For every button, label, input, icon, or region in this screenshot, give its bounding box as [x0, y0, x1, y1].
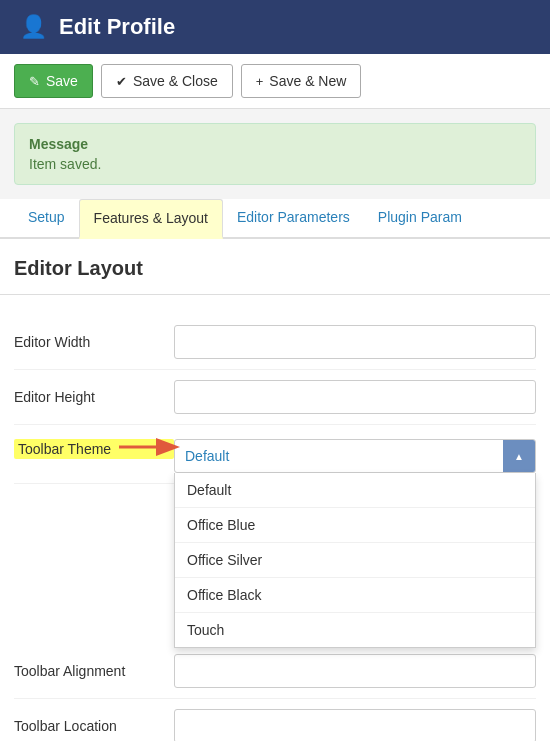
dropdown-selected-text: Default [185, 448, 229, 464]
user-icon: 👤 [20, 14, 47, 40]
editor-height-row: Editor Height [14, 370, 536, 425]
toolbar-theme-label: Toolbar Theme [14, 439, 174, 459]
toolbar-alignment-input[interactable] [174, 654, 536, 688]
toolbar-location-input[interactable] [174, 709, 536, 741]
tab-setup[interactable]: Setup [14, 199, 79, 239]
save-close-button[interactable]: ✔ Save & Close [101, 64, 233, 98]
page-title: Edit Profile [59, 14, 175, 40]
message-title: Message [29, 136, 521, 152]
dropdown-list: Default Office Blue Office Silver Office… [174, 473, 536, 648]
tab-features-layout[interactable]: Features & Layout [79, 199, 223, 239]
tab-bar: Setup Features & Layout Editor Parameter… [0, 199, 550, 239]
dropdown-selected[interactable]: Default [174, 439, 536, 473]
dropdown-item-office-silver[interactable]: Office Silver [175, 543, 535, 578]
editor-width-input[interactable] [174, 325, 536, 359]
toolbar-location-label: Toolbar Location [14, 718, 174, 734]
editor-height-input[interactable] [174, 380, 536, 414]
editor-width-row: Editor Width [14, 315, 536, 370]
save-icon: ✎ [29, 74, 40, 89]
editor-width-label: Editor Width [14, 334, 174, 350]
toolbar-theme-row: Toolbar Theme Default [14, 425, 536, 484]
toolbar-theme-dropdown[interactable]: Default Default Office Blue Office Silve… [174, 439, 536, 473]
toolbar-alignment-label: Toolbar Alignment [14, 663, 174, 679]
plus-icon: + [256, 74, 264, 89]
checkmark-icon: ✔ [116, 74, 127, 89]
save-new-button[interactable]: + Save & New [241, 64, 362, 98]
toolbar: ✎ Save ✔ Save & Close + Save & New [0, 54, 550, 109]
toolbar-location-row: Toolbar Location [14, 699, 536, 741]
message-box: Message Item saved. [14, 123, 536, 185]
editor-height-label: Editor Height [14, 389, 174, 405]
toolbar-alignment-row: Toolbar Alignment [14, 644, 536, 699]
dropdown-item-office-blue[interactable]: Office Blue [175, 508, 535, 543]
tab-editor-parameters[interactable]: Editor Parameters [223, 199, 364, 239]
tab-plugin-param[interactable]: Plugin Param [364, 199, 476, 239]
dropdown-chevron-button[interactable] [503, 440, 535, 472]
save-button[interactable]: ✎ Save [14, 64, 93, 98]
dropdown-item-touch[interactable]: Touch [175, 613, 535, 647]
form-body: Editor Width Editor Height Toolbar Theme [0, 305, 550, 741]
section-title: Editor Layout [0, 239, 550, 295]
dropdown-item-office-black[interactable]: Office Black [175, 578, 535, 613]
dropdown-item-default[interactable]: Default [175, 473, 535, 508]
page-header: 👤 Edit Profile [0, 0, 550, 54]
content-area: Editor Layout Editor Width Editor Height… [0, 239, 550, 741]
message-body: Item saved. [29, 156, 521, 172]
